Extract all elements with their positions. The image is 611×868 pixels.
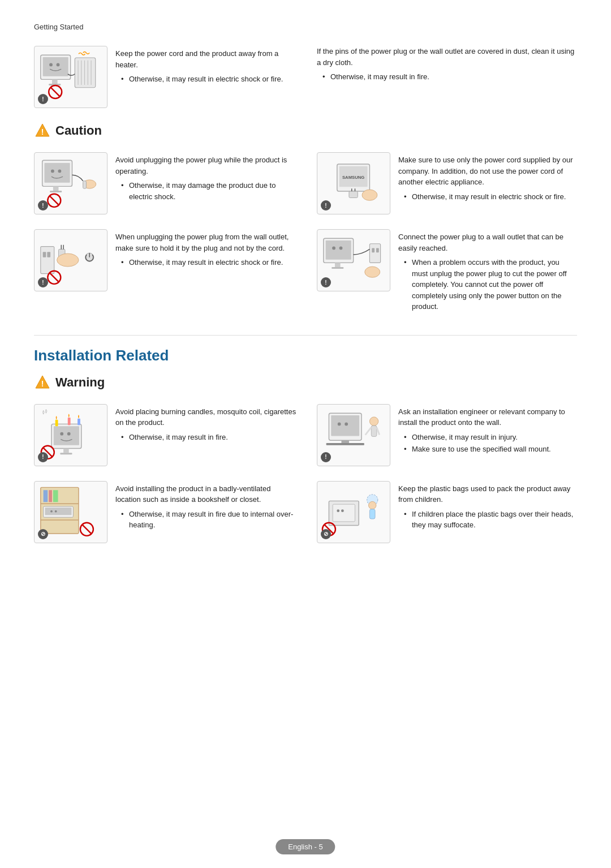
svg-rect-51	[376, 248, 379, 253]
svg-point-69	[345, 422, 348, 426]
svg-line-75	[377, 427, 380, 435]
right-cell-plastic-bags: ⊘ Keep the plastic bags used to pack the…	[306, 476, 577, 548]
svg-rect-81	[53, 490, 58, 502]
safety-text-heater: Keep the power cord and the product away…	[115, 46, 298, 86]
svg-rect-60	[61, 453, 72, 454]
left-cell-heater: ! Keep the power cord and the product aw…	[34, 41, 306, 113]
svg-rect-49	[370, 244, 381, 263]
illus-ventilation: ⊘	[34, 481, 107, 543]
svg-rect-80	[49, 490, 53, 502]
safety-text-wall-mount: Ask an installation engineer or relevant…	[398, 404, 577, 456]
caution-title: ! Caution	[34, 123, 577, 139]
illus-wall-mount: !	[317, 404, 390, 466]
installation-title: Installation Related	[34, 335, 577, 364]
section-header: Getting Started	[34, 23, 577, 31]
svg-rect-61	[55, 420, 58, 427]
svg-rect-83	[45, 508, 72, 515]
svg-rect-1	[43, 57, 68, 76]
illus-wall-outlet: !	[317, 229, 390, 291]
illus-indicator: !	[38, 94, 48, 104]
svg-rect-94	[370, 509, 376, 519]
row-ventilation: ⊘ Avoid installing the product in a badl…	[34, 476, 577, 548]
safety-text-plastic-bags: Keep the plastic bags used to pack the p…	[398, 481, 577, 532]
svg-text:!: !	[41, 379, 44, 388]
svg-point-84	[50, 510, 53, 513]
svg-rect-34	[43, 252, 46, 258]
illus-indicator-2: !	[38, 200, 48, 210]
right-cell-samsung-cord: SAMSUNG ! Make sure to use only the powe…	[306, 148, 577, 219]
svg-rect-59	[64, 448, 70, 453]
svg-rect-79	[44, 490, 48, 502]
svg-point-2	[50, 63, 53, 67]
illus-indicator-9: ⊘	[321, 529, 331, 539]
svg-rect-4	[52, 80, 58, 84]
svg-line-13	[50, 87, 60, 97]
illus-indicator-3: !	[321, 200, 331, 210]
svg-point-32	[362, 190, 377, 201]
illus-hold-plug: !	[34, 229, 107, 291]
svg-rect-35	[48, 252, 51, 258]
row-avoid-unplug: ! Avoid unplugging the power plug while …	[34, 148, 577, 219]
svg-point-18	[51, 170, 54, 173]
illus-samsung: SAMSUNG !	[317, 152, 390, 214]
svg-point-90	[337, 509, 340, 512]
svg-rect-48	[332, 267, 344, 269]
svg-point-57	[61, 432, 64, 436]
svg-point-3	[57, 63, 60, 67]
svg-point-91	[341, 509, 344, 512]
safety-text-samsung: Make sure to use only the power cord sup…	[398, 152, 577, 203]
illus-indicator-7: !	[321, 452, 331, 462]
row-avoid-candles: ! Avoid placing burning candles, mosquit…	[34, 399, 577, 471]
svg-point-58	[67, 432, 71, 436]
right-text-dust: If the pins of the power plug or the wal…	[306, 41, 577, 88]
svg-rect-89	[333, 504, 355, 522]
page-footer: English - 5	[276, 839, 335, 854]
right-cell-wall-mount: ! Ask an installation engineer or releva…	[306, 399, 577, 471]
svg-point-46	[339, 247, 343, 250]
illus-indicator-6: !	[38, 452, 48, 462]
svg-rect-73	[372, 426, 377, 436]
svg-line-87	[82, 525, 92, 534]
svg-rect-47	[335, 263, 341, 268]
left-cell-unplug: ! Avoid unplugging the power plug while …	[34, 148, 306, 219]
svg-rect-21	[50, 191, 62, 192]
safety-text-unplug: Avoid unplugging the power plug while th…	[115, 152, 298, 203]
row-keep-away-heater: ! Keep the power cord and the product aw…	[34, 41, 577, 113]
illus-indicator-8: ⊘	[38, 529, 48, 539]
illus-candles: !	[34, 404, 107, 466]
illus-indicator-5: !	[321, 277, 331, 287]
svg-rect-33	[41, 247, 54, 274]
svg-line-74	[365, 427, 372, 435]
svg-rect-71	[326, 443, 364, 445]
page-content: Getting Started	[0, 0, 611, 599]
svg-line-42	[50, 273, 59, 282]
svg-point-39	[57, 253, 79, 267]
svg-line-25	[50, 196, 59, 205]
svg-point-19	[58, 170, 62, 173]
svg-rect-63	[78, 419, 80, 426]
safety-text-hold-plug: When unplugging the power plug from the …	[115, 229, 298, 269]
warning-title: ! Warning	[34, 375, 577, 390]
safety-text-candles: Avoid placing burning candles, mosquito …	[115, 404, 298, 444]
svg-point-68	[338, 422, 341, 426]
svg-point-72	[370, 417, 378, 426]
svg-rect-17	[45, 163, 70, 183]
svg-rect-50	[372, 248, 375, 253]
illus-indicator-4: !	[38, 277, 48, 287]
illus-heater: !	[34, 46, 107, 108]
svg-rect-67	[332, 415, 360, 436]
left-cell-hold-plug: ! When unplugging the power plug from th…	[34, 225, 306, 296]
left-cell-ventilation: ⊘ Avoid installing the product in a badl…	[34, 476, 306, 548]
illus-unplug: !	[34, 152, 107, 214]
svg-rect-29	[349, 191, 358, 198]
svg-text:!: !	[41, 127, 44, 136]
caution-icon: !	[34, 123, 51, 139]
right-cell-wall-outlet: ! Connect the power plug to a wall outle…	[306, 225, 577, 318]
svg-rect-44	[326, 240, 351, 260]
svg-rect-23	[83, 181, 87, 188]
svg-point-52	[365, 267, 380, 278]
left-cell-candles: ! Avoid placing burning candles, mosquit…	[34, 399, 306, 471]
svg-point-93	[369, 501, 376, 509]
svg-point-45	[333, 247, 336, 250]
svg-point-85	[55, 510, 57, 513]
